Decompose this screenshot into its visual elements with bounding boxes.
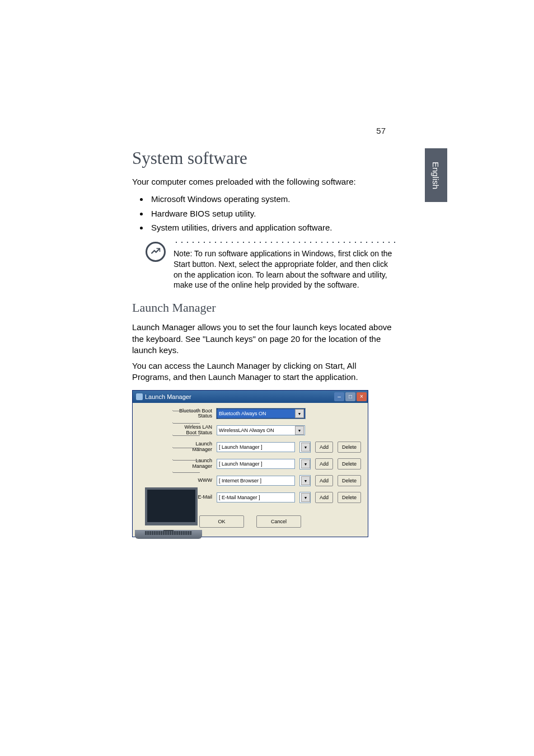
- select-value: Bluetooth Always ON: [219, 411, 266, 416]
- row-email: E-Mail [ E-Mail Manager ] ▼ Add Delete: [177, 492, 361, 503]
- launch-manager-p1: Launch Manager allows you to set the fou…: [132, 322, 395, 356]
- language-tab: English: [425, 148, 447, 202]
- divider-dots: [174, 241, 397, 244]
- email-input[interactable]: [ E-Mail Manager ]: [217, 492, 295, 503]
- window-titlebar[interactable]: Launch Manager – □ ×: [133, 391, 368, 403]
- note-text: Note: To run software applications in Wi…: [174, 248, 397, 291]
- row-launch2: Launch Manager [ Launch Manager ] ▼ Add …: [177, 458, 361, 469]
- input-value: [ E-Mail Manager ]: [219, 495, 260, 500]
- chevron-down-icon[interactable]: ▼: [295, 409, 304, 418]
- note-block: Note: To run software applications in Wi…: [146, 241, 395, 291]
- list-item: Hardware BIOS setup utility.: [149, 206, 395, 221]
- delete-button[interactable]: Delete: [338, 492, 361, 503]
- launch2-dropdown[interactable]: ▼: [299, 458, 311, 469]
- select-value: WirelessLAN Always ON: [219, 428, 274, 433]
- window-title: Launch Manager: [145, 393, 191, 400]
- heading-launch-manager: Launch Manager: [132, 300, 395, 315]
- delete-button[interactable]: Delete: [338, 475, 361, 486]
- chevron-down-icon: ▼: [301, 476, 310, 485]
- software-list: Microsoft Windows operating system. Hard…: [132, 192, 395, 235]
- launch1-input[interactable]: [ Launch Manager ]: [217, 442, 295, 452]
- bluetooth-select[interactable]: Bluetooth Always ON ▼: [217, 408, 305, 419]
- launch-manager-window: Launch Manager – □ ×: [132, 390, 368, 538]
- delete-button[interactable]: Delete: [338, 458, 361, 469]
- input-value: [ Launch Manager ]: [219, 461, 263, 467]
- row-label: WWW: [177, 478, 212, 483]
- close-button[interactable]: ×: [357, 392, 367, 401]
- row-www: WWW [ Internet Browser ] ▼ Add Delete: [177, 475, 361, 486]
- minimize-button[interactable]: –: [334, 392, 344, 401]
- launch1-dropdown[interactable]: ▼: [299, 442, 311, 453]
- launch2-input[interactable]: [ Launch Manager ]: [217, 459, 295, 469]
- chevron-down-icon[interactable]: ▼: [295, 426, 304, 435]
- chevron-down-icon: ▼: [301, 443, 310, 452]
- language-tab-label: English: [432, 161, 441, 189]
- row-bluetooth: Bluetooth Boot Status Bluetooth Always O…: [177, 408, 361, 420]
- input-value: [ Internet Browser ]: [219, 478, 261, 483]
- heading-system-software: System software: [132, 148, 395, 168]
- www-input[interactable]: [ Internet Browser ]: [217, 476, 295, 486]
- maximize-button[interactable]: □: [345, 392, 355, 401]
- chevron-down-icon: ▼: [301, 459, 310, 468]
- email-dropdown[interactable]: ▼: [299, 492, 311, 503]
- add-button[interactable]: Add: [315, 442, 333, 453]
- launch-manager-p2: You can access the Launch Manager by cli…: [132, 360, 395, 383]
- list-item: System utilities, drivers and applicatio…: [149, 220, 395, 235]
- row-launch1: Launch Manager [ Launch Manager ] ▼ Add …: [177, 442, 361, 453]
- intro-text: Your computer comes preloaded with the f…: [132, 176, 395, 187]
- list-item: Microsoft Windows operating system.: [149, 192, 395, 206]
- input-value: [ Launch Manager ]: [219, 444, 263, 450]
- ok-button[interactable]: OK: [199, 515, 244, 528]
- delete-button[interactable]: Delete: [338, 442, 361, 453]
- row-wlan: Wirless LAN Boot Status WirelessLAN Alwa…: [177, 425, 361, 436]
- www-dropdown[interactable]: ▼: [299, 475, 311, 486]
- add-button[interactable]: Add: [315, 475, 333, 486]
- window-icon: [136, 393, 143, 400]
- wlan-select[interactable]: WirelessLAN Always ON ▼: [217, 425, 305, 435]
- main-content: System software Your computer comes prel…: [132, 148, 395, 537]
- chevron-down-icon: ▼: [301, 493, 310, 502]
- cancel-button[interactable]: Cancel: [256, 515, 301, 528]
- add-button[interactable]: Add: [315, 492, 333, 503]
- page-number: 57: [376, 126, 386, 135]
- note-icon: [146, 242, 166, 262]
- add-button[interactable]: Add: [315, 458, 333, 469]
- laptop-diagram: [139, 408, 168, 509]
